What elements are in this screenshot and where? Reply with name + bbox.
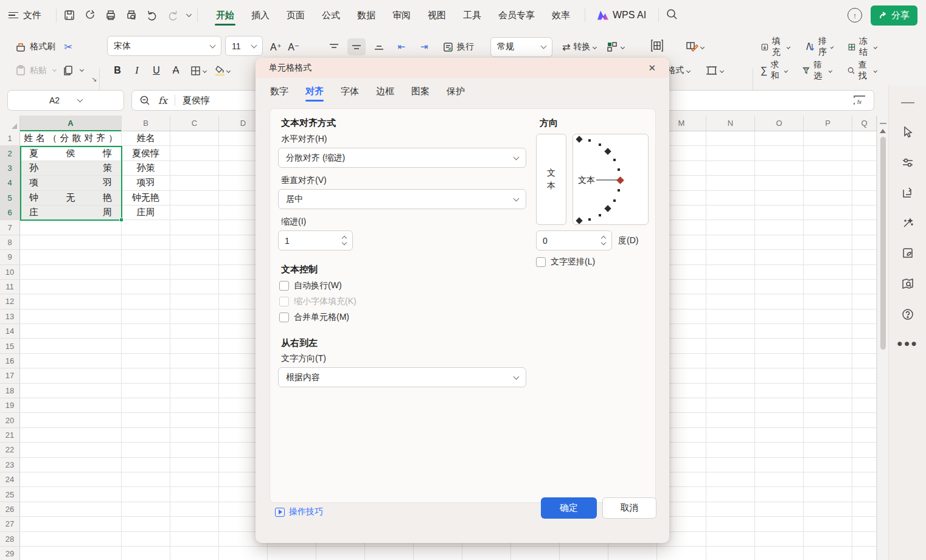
cell-C3[interactable] bbox=[170, 161, 219, 176]
cell-E29[interactable] bbox=[268, 547, 316, 560]
strikethrough-button[interactable]: A bbox=[168, 65, 184, 76]
cell-N21[interactable] bbox=[706, 428, 755, 443]
cell-P25[interactable] bbox=[804, 487, 852, 502]
cell-N23[interactable] bbox=[706, 458, 755, 472]
cell-C13[interactable] bbox=[170, 309, 219, 324]
vertical-text-preview[interactable]: 文 本 bbox=[536, 134, 566, 225]
orientation-tick[interactable] bbox=[588, 139, 591, 142]
cell-C9[interactable] bbox=[170, 250, 219, 264]
cell-P18[interactable] bbox=[804, 384, 852, 398]
cell-O20[interactable] bbox=[755, 413, 804, 427]
cell-O8[interactable] bbox=[755, 235, 804, 250]
cell-A28[interactable] bbox=[20, 532, 122, 547]
cell-B20[interactable] bbox=[122, 413, 170, 427]
cell-C7[interactable] bbox=[170, 220, 219, 235]
wps-ai-button[interactable]: WPS AI bbox=[591, 10, 652, 21]
merge-cells-checkbox[interactable]: 合并单元格(M) bbox=[279, 312, 349, 323]
orientation-tick[interactable] bbox=[613, 159, 616, 161]
row-header-19[interactable]: 19 bbox=[0, 398, 20, 413]
cell-B10[interactable] bbox=[122, 265, 170, 280]
cell-B27[interactable] bbox=[122, 517, 170, 531]
row-header-11[interactable]: 11 bbox=[0, 280, 20, 294]
cell-N22[interactable] bbox=[706, 443, 755, 457]
cell-N27[interactable] bbox=[706, 517, 755, 531]
cell-O7[interactable] bbox=[755, 220, 804, 235]
print-icon[interactable] bbox=[104, 9, 117, 22]
cell-N4[interactable] bbox=[706, 176, 755, 190]
cell-C2[interactable] bbox=[170, 146, 219, 161]
cell-B15[interactable] bbox=[122, 339, 170, 353]
cell-O19[interactable] bbox=[755, 398, 804, 413]
ribbon-tab-效率[interactable]: 效率 bbox=[543, 2, 579, 29]
sidebar-collapse-handle[interactable] bbox=[901, 102, 914, 103]
row-header-16[interactable]: 16 bbox=[0, 354, 20, 368]
cell-N1[interactable] bbox=[706, 131, 755, 146]
cell-B17[interactable] bbox=[122, 368, 170, 383]
cell-O29[interactable] bbox=[755, 547, 804, 560]
cell-A24[interactable] bbox=[20, 472, 122, 487]
cell-P16[interactable] bbox=[804, 354, 852, 368]
cell-P2[interactable] bbox=[804, 146, 852, 161]
cell-Q27[interactable] bbox=[852, 517, 877, 531]
format-painter-button[interactable]: 格式刷 bbox=[15, 41, 55, 53]
cell-N2[interactable] bbox=[706, 146, 755, 161]
cell-P14[interactable] bbox=[804, 324, 852, 339]
cell-O11[interactable] bbox=[755, 280, 804, 294]
vertical-align-select[interactable]: 居中 bbox=[278, 189, 526, 209]
font-name-select[interactable]: 宋体 bbox=[107, 36, 221, 56]
cell-P24[interactable] bbox=[804, 472, 852, 487]
cell-N3[interactable] bbox=[706, 161, 755, 176]
cell-A4[interactable]: 项羽 bbox=[20, 176, 122, 190]
cell-P20[interactable] bbox=[804, 413, 852, 427]
cell-Q19[interactable] bbox=[852, 398, 877, 413]
freeze-button[interactable]: 冻结 bbox=[848, 36, 877, 58]
cell-Q6[interactable] bbox=[852, 206, 877, 220]
cell-B6[interactable]: 庄周 bbox=[122, 206, 170, 220]
scroll-up-icon[interactable] bbox=[880, 129, 886, 133]
cell-A27[interactable] bbox=[20, 517, 122, 531]
cell-C29[interactable] bbox=[170, 547, 219, 560]
row-header-9[interactable]: 9 bbox=[0, 250, 20, 264]
cell-N9[interactable] bbox=[706, 250, 755, 264]
ribbon-tab-审阅[interactable]: 审阅 bbox=[384, 2, 419, 29]
row-header-6[interactable]: 6 bbox=[0, 206, 20, 220]
split-handle[interactable] bbox=[880, 123, 886, 124]
cell-B14[interactable] bbox=[122, 324, 170, 339]
cell-B8[interactable] bbox=[122, 235, 170, 250]
redo-icon[interactable] bbox=[166, 9, 179, 22]
cell-N10[interactable] bbox=[706, 265, 755, 280]
draw-border-button[interactable] bbox=[706, 64, 723, 77]
cell-Q29[interactable] bbox=[852, 547, 877, 560]
cell-Q13[interactable] bbox=[852, 309, 877, 324]
cell-O25[interactable] bbox=[755, 487, 804, 502]
orientation-tick[interactable] bbox=[613, 199, 616, 202]
wrap-text-button[interactable]: 换行 bbox=[442, 41, 474, 53]
cell-B16[interactable] bbox=[122, 354, 170, 368]
cell-O13[interactable] bbox=[755, 309, 804, 324]
cell-P9[interactable] bbox=[804, 250, 852, 264]
cell-C19[interactable] bbox=[170, 398, 219, 413]
cell-K29[interactable] bbox=[560, 547, 608, 560]
cell-A12[interactable] bbox=[20, 294, 122, 309]
cell-P21[interactable] bbox=[804, 428, 852, 443]
horizontal-align-select[interactable]: 分散对齐 (缩进) bbox=[278, 148, 526, 168]
cell-style-button[interactable] bbox=[685, 41, 704, 53]
cell-Q4[interactable] bbox=[852, 176, 877, 190]
orientation-tick-selected[interactable] bbox=[616, 176, 624, 184]
cell-B3[interactable]: 孙策 bbox=[122, 161, 170, 176]
row-header-25[interactable]: 25 bbox=[0, 487, 20, 502]
ribbon-tab-会员专享[interactable]: 会员专享 bbox=[490, 2, 543, 29]
cell-A23[interactable] bbox=[20, 458, 122, 472]
cell-P22[interactable] bbox=[804, 443, 852, 457]
document-theme-icon[interactable] bbox=[900, 246, 916, 261]
cell-Q23[interactable] bbox=[852, 458, 877, 472]
find-button[interactable]: 查找 bbox=[847, 60, 877, 81]
ribbon-tab-页面[interactable]: 页面 bbox=[278, 2, 313, 29]
filter-button[interactable]: 筛选 bbox=[802, 60, 832, 81]
cell-B24[interactable] bbox=[122, 472, 170, 487]
cell-N11[interactable] bbox=[706, 280, 755, 294]
copy-more-icon[interactable] bbox=[80, 67, 84, 72]
row-header-8[interactable]: 8 bbox=[0, 235, 20, 250]
cell-A16[interactable] bbox=[20, 354, 122, 368]
row-header-20[interactable]: 20 bbox=[0, 413, 20, 427]
